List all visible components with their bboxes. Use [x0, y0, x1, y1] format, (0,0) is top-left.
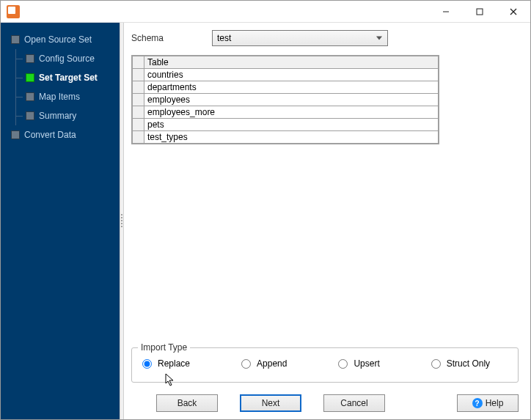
tables-grid[interactable]: Table countriesdepartmentsemployeesemplo…	[131, 55, 439, 144]
maximize-button[interactable]	[463, 1, 497, 23]
row-header-cell	[133, 119, 144, 131]
step-status-icon	[26, 73, 34, 82]
step-label: Set Target Set	[39, 73, 98, 83]
wizard-step-set-target-set[interactable]: Set Target Set	[1, 68, 120, 87]
row-header-cell	[133, 131, 144, 144]
schema-label: Schema	[131, 33, 212, 43]
cancel-button[interactable]: Cancel	[323, 394, 385, 412]
radio-input[interactable]	[142, 359, 152, 369]
import-option-replace[interactable]: Replace	[142, 358, 190, 369]
table-cell: pets	[144, 119, 439, 131]
wizard-step-summary[interactable]: Summary	[1, 106, 120, 125]
radio-input[interactable]	[338, 359, 348, 369]
table-row[interactable]: employees_more	[133, 106, 439, 119]
step-label: Config Source	[39, 54, 95, 64]
row-header-cell	[133, 69, 144, 81]
step-status-icon	[11, 130, 20, 139]
wizard-step-config-source[interactable]: Config Source	[1, 49, 120, 68]
table-cell: employees	[144, 94, 439, 106]
import-option-append[interactable]: Append	[241, 358, 287, 369]
row-header-cell	[133, 106, 144, 119]
import-type-group: Import Type ReplaceAppendUpsertStruct On…	[131, 347, 519, 383]
wizard-steps-sidebar: Open Source SetConfig SourceSet Target S…	[1, 23, 120, 419]
table-cell: test_types	[144, 131, 439, 144]
table-row[interactable]: countries	[133, 69, 439, 81]
step-label: Map Items	[39, 92, 80, 102]
radio-label: Upsert	[354, 358, 379, 369]
app-icon	[7, 5, 20, 18]
wizard-step-open-source-set[interactable]: Open Source Set	[1, 30, 120, 49]
table-cell: employees_more	[144, 106, 439, 119]
table-row[interactable]: employees	[133, 94, 439, 106]
radio-label: Struct Only	[447, 358, 490, 369]
schema-value: test	[217, 33, 231, 43]
table-row[interactable]: pets	[133, 119, 439, 131]
import-option-struct-only[interactable]: Struct Only	[431, 358, 490, 369]
import-type-legend: Import Type	[138, 342, 190, 353]
step-status-icon	[26, 92, 34, 101]
button-bar: Back Next Cancel ? Help	[124, 388, 530, 419]
step-status-icon	[26, 111, 34, 120]
radio-input[interactable]	[431, 359, 441, 369]
back-button[interactable]: Back	[156, 394, 218, 412]
row-header-cell	[133, 81, 144, 94]
schema-dropdown[interactable]: test	[212, 30, 388, 46]
step-label: Summary	[39, 111, 76, 121]
row-header-cell	[133, 94, 144, 106]
step-label: Open Source Set	[24, 34, 92, 45]
table-cell: countries	[144, 69, 439, 81]
help-icon: ?	[472, 398, 483, 408]
titlebar	[1, 1, 530, 23]
step-label: Convert Data	[24, 130, 76, 140]
table-cell: departments	[144, 81, 439, 94]
wizard-window: Open Source SetConfig SourceSet Target S…	[0, 0, 531, 420]
import-option-upsert[interactable]: Upsert	[338, 358, 379, 369]
table-row[interactable]: departments	[133, 81, 439, 94]
svg-rect-1	[477, 9, 483, 15]
step-status-icon	[26, 54, 34, 63]
next-button[interactable]: Next	[240, 394, 301, 412]
table-header: Table	[144, 56, 439, 69]
close-button[interactable]	[497, 1, 530, 23]
minimize-button[interactable]	[429, 1, 463, 23]
wizard-step-map-items[interactable]: Map Items	[1, 87, 120, 106]
radio-label: Replace	[158, 358, 190, 369]
help-button[interactable]: ? Help	[457, 394, 519, 412]
wizard-step-convert-data[interactable]: Convert Data	[1, 125, 120, 144]
step-status-icon	[11, 35, 20, 44]
radio-input[interactable]	[241, 359, 251, 369]
table-row[interactable]: test_types	[133, 131, 439, 144]
main-panel: Schema test Table countriesdepartme	[124, 23, 530, 419]
radio-label: Append	[257, 358, 287, 369]
grip-icon	[121, 214, 122, 229]
